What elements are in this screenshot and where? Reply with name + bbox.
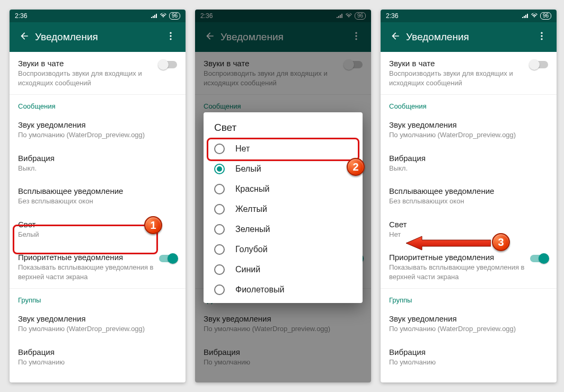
radio-icon [214,264,225,275]
status-bar: 2:36 96 [10,10,186,22]
more-button[interactable] [531,31,552,44]
wifi-icon [160,12,167,20]
option-label: Голубой [235,245,268,254]
chat-sounds-sub: Воспроизводить звуки для входящих и исхо… [389,69,526,87]
chat-sounds-toggle[interactable] [530,61,548,68]
priority-toggle[interactable] [159,255,177,262]
radio-icon [214,224,225,235]
row-vibration[interactable]: Вибрация Выкл. [10,147,186,180]
notif-sound-title: Звук уведомления [389,120,548,129]
row-priority[interactable]: Приоритетные уведомления Показывать вспл… [10,246,186,288]
priority-title: Приоритетные уведомления [18,253,155,262]
row-chat-sounds[interactable]: Звуки в чате Воспроизводить звуки для вх… [10,52,186,94]
row-notif-sound[interactable]: Звук уведомления По умолчанию (WaterDrop… [10,113,186,147]
row-group-vibration[interactable]: Вибрация По умолчанию [381,341,557,374]
vibration-sub: Выкл. [389,164,548,173]
light-title: Свет [18,220,177,229]
chat-sounds-sub: Воспроизводить звуки для входящих и исхо… [18,69,155,87]
screenshot-1: 2:36 96 Уведомления Звуки в чате Воспрои… [10,10,186,382]
row-light[interactable]: Свет Белый [10,213,186,246]
radio-icon [214,144,225,154]
popup-sub: Без всплывающих окон [18,197,177,206]
section-groups: Группы [381,289,557,307]
option-label: Красный [235,184,269,194]
light-option-blue[interactable]: Синий [204,260,363,280]
light-option-red[interactable]: Красный [204,179,363,199]
chat-sounds-title: Звуки в чате [18,59,155,68]
vibration-title: Вибрация [389,154,548,163]
section-messages: Сообщения [381,95,557,113]
group-vibration-sub: По умолчанию [389,358,548,367]
wifi-icon [531,12,538,20]
row-priority[interactable]: Приоритетные уведомления Показывать вспл… [381,246,557,288]
group-sound-sub: По умолчанию (WaterDrop_preview.ogg) [389,324,548,334]
vibration-title: Вибрация [18,154,177,163]
light-option-none[interactable]: Нет [204,139,363,159]
row-light[interactable]: Свет Нет [381,213,557,246]
screenshot-2: 2:36 96 Уведомления Звуки в чате Воспрои… [195,10,371,382]
row-group-sound[interactable]: Звук уведомления По умолчанию (WaterDrop… [381,307,557,341]
light-sub: Белый [18,230,177,239]
back-button[interactable] [14,31,35,44]
group-vibration-title: Вибрация [18,348,177,357]
app-bar: Уведомления [10,22,186,52]
svg-point-7 [541,35,542,37]
radio-icon [214,244,225,255]
priority-sub: Показывать всплывающие уведомления в вер… [18,263,155,281]
battery-indicator: 96 [540,12,551,20]
light-option-cyan[interactable]: Голубой [204,239,363,260]
status-time: 2:36 [15,12,27,20]
battery-indicator: 96 [169,12,180,20]
priority-toggle[interactable] [530,255,548,262]
chat-sounds-toggle[interactable] [159,61,177,68]
radio-icon [214,184,225,194]
back-button[interactable] [385,31,406,44]
settings-list: Звуки в чате Воспроизводить звуки для вх… [10,52,186,382]
status-right: 96 [522,12,551,20]
page-title: Уведомления [406,31,531,43]
svg-point-8 [541,38,542,40]
option-label: Нет [235,144,250,154]
light-option-green[interactable]: Зеленый [204,219,363,239]
option-label: Желтый [235,204,267,214]
notif-sound-sub: По умолчанию (WaterDrop_preview.ogg) [18,130,177,140]
option-label: Синий [235,265,260,274]
light-title: Свет [389,220,548,229]
row-group-sound[interactable]: Звук уведомления По умолчанию (WaterDrop… [10,307,186,341]
option-label: Белый [235,164,261,174]
radio-icon [214,164,225,174]
popup-title: Всплывающее уведомление [18,186,177,195]
group-sound-sub: По умолчанию (WaterDrop_preview.ogg) [18,324,177,334]
light-sub: Нет [389,230,548,239]
signal-icon [522,12,528,20]
status-time: 2:36 [386,12,398,20]
option-label: Зеленый [235,225,270,234]
row-vibration[interactable]: Вибрация Выкл. [381,147,557,180]
group-sound-title: Звук уведомления [389,314,548,323]
popup-sub: Без всплывающих окон [389,197,548,206]
status-bar: 2:36 96 [381,10,557,22]
light-option-white[interactable]: Белый [204,159,363,179]
screenshot-3: 2:36 96 Уведомления Звуки в чате Воспрои… [381,10,557,382]
popup-title: Всплывающее уведомление [389,186,548,195]
more-button[interactable] [160,31,181,44]
light-option-violet[interactable]: Фиолетовый [204,280,363,300]
svg-point-1 [170,35,171,37]
page-title: Уведомления [35,31,160,43]
radio-icon [214,204,225,215]
row-notif-sound[interactable]: Звук уведомления По умолчанию (WaterDrop… [381,113,557,147]
vibration-sub: Выкл. [18,164,177,173]
row-chat-sounds[interactable]: Звуки в чате Воспроизводить звуки для вх… [381,52,557,94]
dialog-title: Свет [204,112,363,139]
svg-point-2 [170,38,171,40]
priority-title: Приоритетные уведомления [389,253,526,262]
light-option-yellow[interactable]: Желтый [204,199,363,219]
status-right: 96 [151,12,180,20]
svg-point-6 [541,32,542,33]
row-popup[interactable]: Всплывающее уведомление Без всплывающих … [381,180,557,213]
row-group-vibration[interactable]: Вибрация По умолчанию [10,341,186,374]
app-bar: Уведомления [381,22,557,52]
settings-list: Звуки в чате Воспроизводить звуки для вх… [381,52,557,382]
notif-sound-sub: По умолчанию (WaterDrop_preview.ogg) [389,130,548,140]
row-popup[interactable]: Всплывающее уведомление Без всплывающих … [10,180,186,213]
